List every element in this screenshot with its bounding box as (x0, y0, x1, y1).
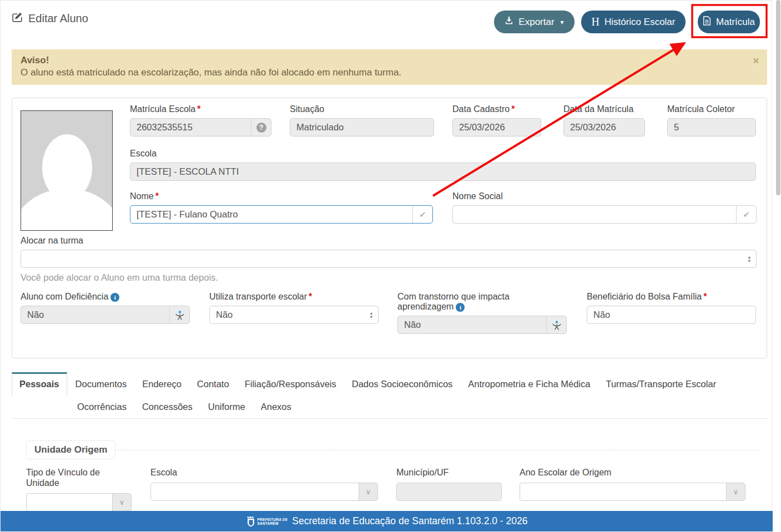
deficiencia-field: Não (21, 306, 190, 324)
page-title: Editar Aluno (12, 11, 88, 26)
transporte-select[interactable]: Não ▴▾ (209, 306, 379, 324)
situacao-field: Matriculado (290, 118, 434, 136)
alert-title: Aviso! (21, 55, 758, 66)
alocar-turma-label: Alocar na turma (21, 236, 757, 246)
avatar (21, 110, 113, 231)
scrollbar-track[interactable] (776, 0, 781, 532)
history-h-icon: H (592, 16, 599, 28)
matricula-coletor-label: Matrícula Coletor (667, 104, 756, 114)
warning-alert: Aviso! O aluno está matriculado na escol… (12, 49, 767, 85)
tipo-vinculo-select[interactable]: ∨ (26, 493, 132, 511)
tab-concessoes[interactable]: Concessões (135, 396, 200, 418)
data-matricula-label: Data da Matrícula (563, 104, 645, 114)
bolsa-familia-input[interactable]: Não (587, 306, 756, 324)
check-icon: ✔ (736, 206, 756, 223)
chevron-down-icon: ∨ (112, 493, 132, 511)
scrollbar-thumb[interactable] (776, 0, 780, 195)
tab-documentos[interactable]: Documentos (68, 372, 134, 396)
historico-escolar-button[interactable]: H Histórico Escolar (581, 11, 686, 33)
tab-antropometria-ficha-medica[interactable]: Antropometria e Ficha Médica (461, 372, 597, 396)
escola-origem-label: Escola (150, 467, 378, 478)
matricula-escola-label: Matrícula Escola* (130, 104, 271, 114)
nome-label: Nome* (130, 191, 433, 201)
escola-label: Escola (130, 149, 756, 159)
help-icon[interactable]: ? (251, 119, 271, 136)
close-icon[interactable]: ✕ (752, 56, 759, 66)
tab-dados-socioeconomicos[interactable]: Dados Socioeconômicos (345, 372, 460, 396)
accessibility-icon (169, 306, 189, 323)
ano-escolar-origem-select[interactable]: ∨ (520, 483, 745, 501)
alert-message: O aluno está matriculado na escolarizaçã… (21, 67, 401, 78)
tab-contato[interactable]: Contato (190, 372, 236, 396)
municipio-uf-field (396, 483, 502, 501)
alocar-turma-select[interactable]: ▴▾ (21, 250, 757, 268)
tab-bar: Pessoais Documentos Endereço Contato Fil… (12, 372, 767, 419)
tab-turmas-transporte-escolar[interactable]: Turmas/Transporte Escolar (598, 372, 723, 396)
chevron-down-icon: ∨ (726, 483, 745, 501)
page-container: Editar Aluno Exportar ▾ H Histórico Esco… (0, 0, 772, 532)
accessibility-icon (546, 316, 566, 333)
document-icon (703, 16, 711, 28)
tab-filiacao-responsaveis[interactable]: Filiação/Responsáveis (238, 372, 344, 396)
check-icon: ✔ (412, 206, 432, 223)
escola-field: [TESTE] - ESCOLA NTTI (130, 163, 756, 181)
matricula-coletor-field: 5 (667, 118, 756, 136)
nome-social-input[interactable]: ✔ (452, 205, 757, 224)
data-matricula-field: 25/03/2026 (563, 118, 645, 136)
escola-origem-select[interactable]: ∨ (150, 483, 378, 501)
tab-ocorrencias[interactable]: Ocorrências (70, 396, 134, 418)
info-icon[interactable]: i (456, 303, 465, 312)
select-arrows-icon: ▴▾ (370, 306, 372, 323)
prefeitura-logo-icon: PREFEITURA DE SANTARÉM (246, 515, 288, 528)
unidade-origem-title: Unidade Origem (26, 440, 115, 459)
transtorno-label: Com transtorno que impacta (397, 292, 567, 302)
ano-escolar-origem-label: Ano Escolar de Origem (520, 467, 745, 478)
student-form-panel: Matrícula Escola* 26032535515 ? Situação… (12, 98, 767, 358)
matricula-button[interactable]: Matrícula (698, 11, 760, 33)
transtorno-label-2: aprendizagemi (397, 302, 567, 312)
municipio-uf-label: Município/UF (396, 467, 502, 478)
bolsa-familia-label: Beneficiário do Bolsa Família* (587, 292, 756, 302)
nome-input[interactable]: [TESTE] - Fulano Quatro ✔ (130, 205, 433, 224)
unidade-origem-section: Unidade Origem Tipo de Vínculo de Unidad… (26, 440, 760, 459)
tab-endereco[interactable]: Endereço (135, 372, 189, 396)
app-footer: PREFEITURA DE SANTARÉM Secretaria de Edu… (1, 511, 773, 531)
transporte-label: Utiliza transporte escolar* (209, 292, 379, 302)
download-icon (505, 16, 513, 28)
info-icon[interactable]: i (110, 293, 119, 302)
chevron-down-icon: ∨ (359, 483, 378, 501)
alocar-turma-helper: Você pode alocar o Aluno em uma turma de… (21, 272, 757, 283)
tipo-vinculo-label: Tipo de Vínculo de Unidade (26, 467, 120, 488)
caret-down-icon: ▾ (561, 18, 564, 26)
export-button[interactable]: Exportar ▾ (494, 11, 575, 33)
data-cadastro-field: 25/03/2026 (452, 118, 541, 136)
tab-uniforme[interactable]: Uniforme (201, 396, 253, 418)
edit-icon (12, 11, 23, 26)
situacao-label: Situação (290, 104, 434, 114)
select-arrows-icon: ▴▾ (748, 250, 750, 267)
tab-pessoais[interactable]: Pessoais (12, 372, 67, 396)
deficiencia-label: Aluno com Deficiênciai (21, 292, 190, 302)
transtorno-field: Não (397, 316, 567, 334)
nome-social-label: Nome Social (452, 191, 757, 201)
data-cadastro-label: Data Cadastro* (452, 104, 541, 114)
tab-anexos[interactable]: Anexos (254, 396, 299, 418)
matricula-escola-field: 26032535515 ? (130, 118, 271, 136)
footer-text: Secretaria de Educação de Santarém 1.103… (292, 515, 527, 527)
